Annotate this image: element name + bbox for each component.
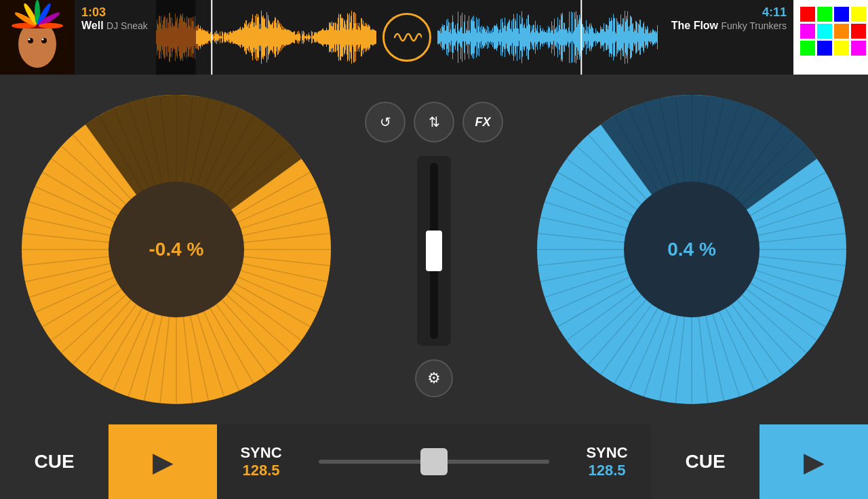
left-waveform[interactable] [156,0,376,75]
right-pitch-display: 0.4 % [624,182,760,317]
left-pitch-display: -0.4 % [108,182,244,317]
right-album-art [793,0,868,75]
right-turntable[interactable]: 0.4 % [536,94,848,405]
right-deck-info: 4:11 The Flow Funky Trunkers [658,0,793,75]
right-play-icon: ▶ [804,446,825,477]
logo-icon [392,25,422,49]
fx-button[interactable]: FX [462,102,503,142]
right-turntable-container: 0.4 % [515,80,868,419]
main-area: -0.4 % ↺ ⇅ FX ⚙ [0,75,868,424]
right-sync-label: SYNC [586,444,627,462]
center-logo [376,0,437,75]
left-sync-section: SYNC 128.5 [217,424,305,499]
sync-icon: ↺ [380,114,391,130]
right-cue-button[interactable]: CUE [651,424,760,499]
fx-label: FX [475,115,490,129]
settings-icon: ⚙ [427,370,441,387]
left-album-art [0,0,75,75]
crossfader-thumb[interactable] [426,231,442,271]
left-play-button[interactable]: ▶ [108,424,217,499]
logo-circle [382,13,431,62]
right-time: 4:11 [762,5,787,20]
left-cue-button[interactable]: CUE [0,424,108,499]
right-track-artist: Funky Trunkers [722,20,787,31]
control-buttons: ↺ ⇅ FX [365,102,503,142]
bottom-bar: CUE ▶ SYNC 128.5 SYNC 128.5 CUE ▶ [0,424,868,499]
vertical-crossfader[interactable] [417,156,451,346]
left-bpm: 128.5 [242,462,279,479]
right-play-button[interactable]: ▶ [760,424,868,499]
left-track-title: Well [81,20,104,31]
left-sync-label: SYNC [240,444,281,462]
sync-button[interactable]: ↺ [365,102,406,142]
crossfader-h-thumb[interactable] [420,448,448,475]
right-waveform[interactable] [437,0,658,75]
right-track-title: The Flow [671,20,718,31]
left-time: 1:03 [81,5,149,20]
left-deck-info: 1:03 Well DJ Sneak [75,0,156,75]
right-bpm: 128.5 [588,462,625,479]
eq-button[interactable]: ⇅ [414,102,454,142]
left-turntable-container: -0.4 % [0,80,353,419]
crossfader-h-track [319,460,549,464]
eq-icon: ⇅ [429,114,440,130]
settings-button[interactable]: ⚙ [415,359,453,397]
bottom-crossfader[interactable] [305,424,563,499]
left-track-artist: DJ Sneak [106,20,148,31]
right-sync-section: SYNC 128.5 [563,424,651,499]
crossfader-track [430,163,438,339]
header: 1:03 Well DJ Sneak 4:11 The Flow Funky T… [0,0,868,75]
left-play-icon: ▶ [153,446,174,477]
left-turntable[interactable]: -0.4 % [20,94,332,405]
center-controls: ↺ ⇅ FX ⚙ [373,102,495,397]
